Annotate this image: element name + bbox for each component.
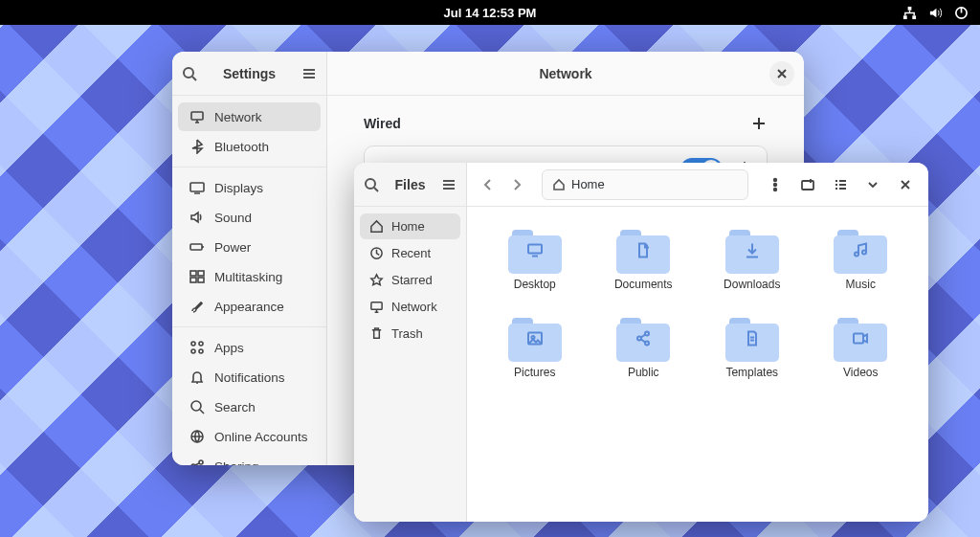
svg-rect-1 <box>903 15 907 19</box>
folder-label: Pictures <box>514 366 555 379</box>
view-dropdown-button[interactable] <box>859 171 886 198</box>
volume-icon[interactable] <box>928 6 943 20</box>
files-window: Files Home Recent Starred Network T <box>354 163 928 522</box>
sidebar-item-displays[interactable]: Displays <box>178 173 321 202</box>
files-nav-home[interactable]: Home <box>360 213 460 239</box>
folder-item[interactable]: Templates <box>702 314 803 383</box>
sidebar-item-label: Multitasking <box>214 270 282 284</box>
folder-icon <box>616 230 670 274</box>
svg-point-12 <box>191 342 195 346</box>
svg-rect-29 <box>528 244 542 253</box>
home-icon <box>369 219 384 234</box>
sidebar-item-power[interactable]: Power <box>178 233 321 261</box>
sidebar-item-apps[interactable]: Apps <box>178 333 321 362</box>
folder-item[interactable]: Pictures <box>484 314 586 383</box>
section-heading: Wired <box>364 116 401 131</box>
view-mode-button[interactable] <box>827 171 854 198</box>
folder-label: Documents <box>614 278 673 291</box>
svg-rect-9 <box>198 271 204 276</box>
more-menu-button[interactable] <box>762 171 789 198</box>
chevron-down-icon <box>865 177 880 192</box>
folder-item[interactable]: Videos <box>811 314 912 383</box>
sidebar-item-bluetooth[interactable]: Bluetooth <box>178 132 321 161</box>
folder-icon <box>725 230 779 274</box>
svg-point-4 <box>184 68 193 78</box>
sidebar-item-notifications[interactable]: Notifications <box>178 363 321 392</box>
svg-point-14 <box>191 349 195 353</box>
files-nav-trash[interactable]: Trash <box>360 321 460 347</box>
svg-point-22 <box>366 179 375 189</box>
sidebar-item-sound[interactable]: Sound <box>178 203 321 232</box>
sidebar-item-online-accounts[interactable]: Online Accounts <box>178 422 321 451</box>
sidebar-item-label: Notifications <box>214 370 285 385</box>
folder-icon <box>508 318 562 362</box>
svg-rect-8 <box>190 271 196 276</box>
folder-icon <box>725 318 779 362</box>
folder-label: Downloads <box>724 278 780 291</box>
folder-label: Templates <box>725 366 778 379</box>
monitor-icon <box>189 109 205 124</box>
close-button[interactable] <box>892 171 919 198</box>
brush-icon <box>189 299 205 314</box>
folder-item[interactable]: Music <box>811 226 912 295</box>
svg-rect-2 <box>912 15 916 19</box>
files-sidebar-title: Files <box>379 177 441 192</box>
close-button[interactable] <box>769 61 794 86</box>
folder-label: Videos <box>843 366 878 379</box>
trash-icon <box>369 326 384 341</box>
files-nav-recent[interactable]: Recent <box>360 240 460 266</box>
sidebar-item-label: Network <box>214 110 262 124</box>
bell-icon <box>189 369 205 385</box>
tab-plus-icon <box>800 177 815 192</box>
display-icon <box>189 180 205 195</box>
power-icon[interactable] <box>954 6 969 20</box>
sidebar-item-label: Sound <box>214 211 252 225</box>
svg-point-35 <box>645 331 649 335</box>
svg-point-26 <box>774 183 777 186</box>
sidebar-item-label: Search <box>214 400 256 414</box>
folder-icon <box>834 230 887 274</box>
folder-item[interactable]: Desktop <box>484 226 586 295</box>
hamburger-icon[interactable] <box>301 66 317 81</box>
files-nav-label: Starred <box>391 273 433 287</box>
back-button[interactable] <box>477 173 500 196</box>
sidebar-item-network[interactable]: Network <box>178 102 321 131</box>
clock-icon <box>369 246 384 260</box>
folder-item[interactable]: Public <box>593 314 695 383</box>
network-status-icon[interactable] <box>902 6 917 20</box>
star-icon <box>369 273 384 287</box>
folder-item[interactable]: Downloads <box>702 226 803 295</box>
sidebar-item-label: Appearance <box>214 300 284 314</box>
share-icon <box>189 459 205 465</box>
globe-icon <box>189 429 205 444</box>
hamburger-icon[interactable] <box>441 177 457 192</box>
svg-point-25 <box>774 178 777 181</box>
svg-rect-0 <box>908 6 912 10</box>
files-nav-starred[interactable]: Starred <box>360 267 460 293</box>
files-nav-network[interactable]: Network <box>360 294 460 320</box>
top-bar: Jul 14 12:53 PM <box>0 0 980 25</box>
new-tab-button[interactable] <box>794 171 821 198</box>
search-icon[interactable] <box>182 66 197 81</box>
sidebar-item-multitasking[interactable]: Multitasking <box>178 262 321 291</box>
sidebar-item-sharing[interactable]: Sharing <box>178 452 321 465</box>
add-connection-button[interactable] <box>750 115 768 132</box>
svg-rect-7 <box>190 244 202 250</box>
sidebar-item-search[interactable]: Search <box>178 392 321 421</box>
chevron-right-icon <box>510 178 523 191</box>
sidebar-item-appearance[interactable]: Appearance <box>178 292 321 321</box>
forward-button[interactable] <box>505 173 528 196</box>
files-nav-label: Trash <box>391 326 423 341</box>
search-icon[interactable] <box>364 177 379 192</box>
folder-label: Music <box>846 278 876 291</box>
search-icon <box>189 399 205 414</box>
svg-rect-11 <box>198 278 204 282</box>
folder-icon <box>616 318 670 362</box>
close-icon <box>898 177 913 192</box>
clock[interactable]: Jul 14 12:53 PM <box>444 6 537 20</box>
folder-item[interactable]: Documents <box>593 226 695 295</box>
svg-point-16 <box>191 401 201 411</box>
files-sidebar: Files Home Recent Starred Network T <box>354 163 467 522</box>
breadcrumb[interactable]: Home <box>542 169 748 200</box>
folder-label: Public <box>628 366 659 379</box>
